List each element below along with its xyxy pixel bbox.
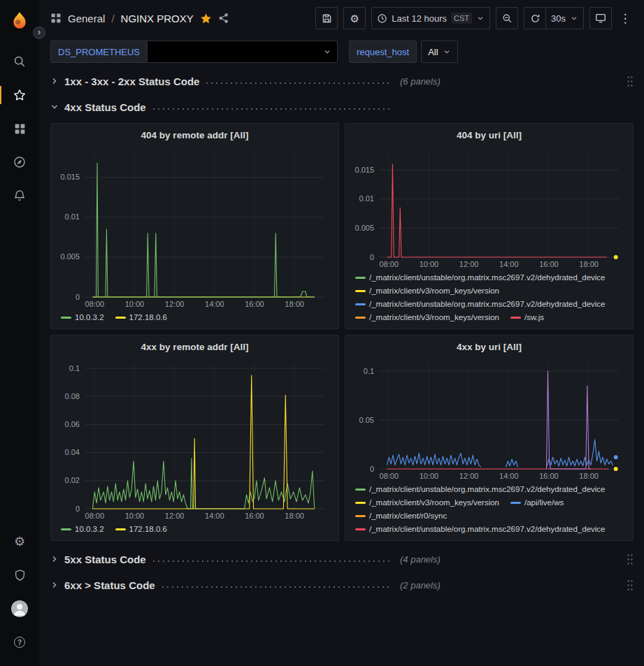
legend-item[interactable]: /_matrix/client/unstable/org.matrix.msc2… <box>355 523 606 535</box>
panel-title[interactable]: 404 by uri [All] <box>352 127 626 144</box>
sidebar-item-dashboards[interactable] <box>6 115 34 143</box>
sidebar-item-explore[interactable] <box>6 148 34 176</box>
svg-text:0.05: 0.05 <box>359 416 374 424</box>
svg-text:0.04: 0.04 <box>65 448 80 456</box>
legend-swatch <box>115 317 126 319</box>
zoom-out-time-button[interactable] <box>496 7 518 29</box>
refresh-picker: 30s <box>524 7 584 29</box>
svg-text:16:00: 16:00 <box>539 260 559 268</box>
share-icon[interactable] <box>218 13 229 24</box>
refresh-interval-dropdown[interactable]: 30s <box>546 7 584 29</box>
legend-swatch <box>61 528 71 530</box>
legend-item[interactable]: /_matrix/client/r0/sync <box>355 510 447 521</box>
sidebar-item-configuration[interactable]: ⚙ <box>6 528 34 556</box>
panel-title[interactable]: 404 by remote addr [All] <box>58 127 331 144</box>
legend-label: 10.0.3.2 <box>75 312 104 323</box>
legend-label: /_matrix/client/v3/room_keys/version <box>369 497 499 508</box>
legend-item[interactable]: /_matrix/client/v3/room_keys/version <box>355 285 499 296</box>
refresh-button[interactable] <box>524 7 546 29</box>
row-4xx[interactable]: 4xx Status Code <box>50 97 634 117</box>
legend-swatch <box>115 528 126 530</box>
legend-item[interactable]: /sw.js <box>510 312 544 323</box>
svg-text:08:00: 08:00 <box>380 260 399 268</box>
time-series-chart[interactable]: 00.050.108:0010:0012:0014:0016:0018:00 <box>352 356 626 482</box>
zoom-out-icon <box>502 13 513 24</box>
chevron-right-icon <box>50 555 59 563</box>
dashboard-title[interactable]: NGINX PROXY <box>121 13 194 24</box>
row-1xx-3xx-2xx[interactable]: 1xx - 3xx - 2xx Status Code (6 panels) <box>50 71 634 91</box>
legend-item[interactable]: 10.0.3.2 <box>61 523 104 535</box>
svg-text:18:00: 18:00 <box>285 512 304 520</box>
svg-text:12:00: 12:00 <box>165 300 185 308</box>
panel-title[interactable]: 4xx by uri [All] <box>352 339 626 356</box>
legend-label: 10.0.3.2 <box>75 523 104 535</box>
legend-label: 172.18.0.6 <box>129 523 167 535</box>
apps-grid-icon <box>50 13 62 24</box>
row-drag-handle[interactable] <box>627 579 634 591</box>
panel-title[interactable]: 4xx by remote addr [All] <box>58 339 331 356</box>
svg-text:0.06: 0.06 <box>65 420 80 428</box>
favorite-star-icon[interactable] <box>200 13 212 24</box>
svg-text:0.1: 0.1 <box>69 364 80 372</box>
tv-mode-button[interactable] <box>589 7 612 29</box>
row-drag-handle[interactable] <box>627 75 634 87</box>
legend-item[interactable]: /_matrix/client/v3/room_keys/version <box>355 497 499 508</box>
timezone-label: CST <box>451 13 472 24</box>
sidebar-item-starred[interactable] <box>6 81 34 109</box>
row-drag-handle[interactable] <box>627 553 634 565</box>
save-dashboard-button[interactable] <box>315 7 338 29</box>
sidebar-item-profile[interactable] <box>6 595 34 623</box>
legend-swatch <box>355 290 366 292</box>
svg-text:0.005: 0.005 <box>60 252 80 261</box>
svg-text:10:00: 10:00 <box>125 512 145 520</box>
legend-item[interactable]: /_matrix/client/v3/room_keys/version <box>355 312 499 323</box>
gear-icon: ⚙ <box>350 13 359 24</box>
svg-text:0: 0 <box>76 505 80 513</box>
kebab-menu-button[interactable]: ⋮ <box>617 7 633 29</box>
request-host-variable-label[interactable]: request_host <box>349 41 417 63</box>
row-5xx[interactable]: 5xx Status Code (4 panels) <box>50 549 634 569</box>
breadcrumb-folder[interactable]: General <box>68 13 105 24</box>
save-icon <box>322 13 332 24</box>
time-series-chart[interactable]: 00.0050.010.01508:0010:0012:0014:0016:00… <box>352 144 626 270</box>
svg-text:10:00: 10:00 <box>420 472 439 480</box>
sidebar-item-alerting[interactable] <box>6 182 34 210</box>
dashboard-settings-button[interactable]: ⚙ <box>343 7 366 29</box>
legend-item[interactable]: 172.18.0.6 <box>115 523 167 535</box>
row-dotted-leader <box>153 108 390 110</box>
svg-text:08:00: 08:00 <box>85 300 105 308</box>
sidebar: › <box>0 0 39 666</box>
datasource-variable-picker[interactable] <box>148 41 338 63</box>
time-series-chart[interactable]: 00.0050.010.01508:0010:0012:0014:0016:00… <box>58 144 331 310</box>
variables-bar: DS_PROMETHEUS request_host All <box>39 36 644 67</box>
refresh-icon <box>530 13 541 24</box>
legend-swatch <box>355 317 366 319</box>
grafana-logo[interactable] <box>6 7 34 35</box>
sidebar-item-server-admin[interactable] <box>6 561 34 589</box>
legend-item[interactable]: /api/live/ws <box>510 497 564 508</box>
legend-swatch <box>355 502 366 504</box>
toolbar: ⚙ Last 12 hours CST <box>315 7 633 29</box>
sidebar-item-help[interactable]: ? <box>6 628 34 656</box>
chevron-down-icon <box>570 14 578 22</box>
time-range-picker[interactable]: Last 12 hours CST <box>371 7 490 29</box>
search-icon <box>13 55 26 68</box>
dashboards-grid-icon <box>14 123 26 135</box>
datasource-variable-label[interactable]: DS_PROMETHEUS <box>50 41 148 63</box>
sidebar-item-search[interactable] <box>6 48 34 75</box>
svg-text:14:00: 14:00 <box>205 512 224 520</box>
star-icon <box>13 89 26 101</box>
legend-label: /_matrix/client/unstable/org.matrix.msc2… <box>369 298 606 310</box>
svg-text:0: 0 <box>370 253 374 261</box>
legend-item[interactable]: /_matrix/client/unstable/org.matrix.msc2… <box>355 272 606 283</box>
legend-item[interactable]: /_matrix/client/unstable/org.matrix.msc2… <box>355 298 606 310</box>
svg-text:08:00: 08:00 <box>380 472 399 480</box>
time-series-chart[interactable]: 00.020.040.060.080.108:0010:0012:0014:00… <box>58 356 331 521</box>
svg-text:10:00: 10:00 <box>125 300 145 308</box>
legend-item[interactable]: /_matrix/client/unstable/org.matrix.msc2… <box>355 484 606 495</box>
legend-item[interactable]: 172.18.0.6 <box>115 312 167 323</box>
sidebar-expand-button[interactable]: › <box>33 27 45 39</box>
request-host-variable-picker[interactable]: All <box>421 41 457 63</box>
row-6xx[interactable]: 6xx > Status Code (2 panels) <box>50 575 634 595</box>
legend-item[interactable]: 10.0.3.2 <box>61 312 104 323</box>
